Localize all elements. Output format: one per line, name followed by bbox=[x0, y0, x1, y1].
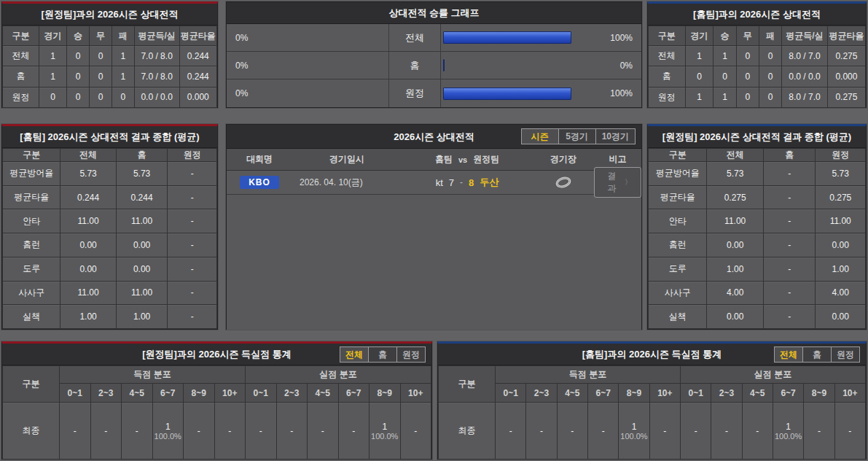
col-header-group: 구분 bbox=[439, 366, 496, 403]
away-team-name: 두산 bbox=[480, 176, 498, 189]
cell: 1 bbox=[39, 66, 66, 87]
score-dist-tabs: 전체 홈 원정 bbox=[340, 346, 426, 363]
table-row: 전체 1 1 0 0 8.0 / 7.0 0.275 bbox=[649, 46, 866, 66]
tab-all[interactable]: 전체 bbox=[340, 346, 369, 363]
col-header: 구분 bbox=[3, 26, 39, 46]
score-dist-table: 구분 득점 분포 실점 분포 0~1 2~3 4~5 6~7 8~9 10+ 0… bbox=[438, 365, 866, 460]
tab-away[interactable]: 원정 bbox=[831, 346, 860, 363]
cell: 1 bbox=[713, 46, 736, 66]
cell: - bbox=[168, 305, 217, 329]
cell: 5.73 bbox=[816, 162, 866, 186]
col-header: 홈 bbox=[763, 149, 816, 162]
col-header-datetime: 경기일시 bbox=[292, 149, 402, 170]
league-badge: KBO bbox=[240, 176, 279, 189]
row-label: 최종 bbox=[439, 403, 496, 460]
tab-all[interactable]: 전체 bbox=[774, 346, 803, 363]
row-label: 원정 bbox=[3, 87, 39, 107]
table-row: 홈런 0.00 0.00 - bbox=[3, 233, 217, 257]
cell: - bbox=[763, 233, 816, 257]
group-header-row: 구분 득점 분포 실점 분포 bbox=[3, 366, 431, 384]
cell: - bbox=[680, 403, 711, 460]
cell: 5.73 bbox=[60, 162, 116, 186]
cell: - bbox=[168, 257, 217, 281]
bin-header: 10+ bbox=[400, 384, 431, 403]
panel-title: [원정팀]과의 2026시즌 득실점 통계 bbox=[142, 349, 291, 360]
bin-header: 4~5 bbox=[557, 384, 587, 403]
cell: - bbox=[763, 162, 816, 186]
tab-10games[interactable]: 10경기 bbox=[595, 128, 636, 144]
cell: 1 bbox=[112, 46, 134, 66]
cell: - bbox=[184, 403, 215, 460]
cell: 1 bbox=[685, 46, 713, 66]
away-score: 8 bbox=[469, 177, 474, 188]
score-dist-tabs: 전체 홈 원정 bbox=[775, 346, 860, 363]
cell: 0.000 bbox=[827, 66, 865, 87]
cell: - bbox=[246, 403, 277, 460]
table-row: 최종 - - - 1100.0% - - - - - - 1100.0% - bbox=[3, 403, 431, 460]
col-header: 무 bbox=[90, 26, 112, 46]
cell: - bbox=[168, 185, 217, 209]
row-label: 사사구 bbox=[3, 281, 60, 305]
tab-home[interactable]: 홈 bbox=[368, 346, 397, 363]
cell: 1100.0% bbox=[152, 403, 184, 460]
table-row: 홈 1 0 0 1 7.0 / 8.0 0.244 bbox=[3, 66, 217, 87]
col-header-away: 원정팀 bbox=[473, 153, 499, 166]
graph-row-label: 원정 bbox=[388, 80, 441, 107]
cell: 11.00 bbox=[60, 209, 116, 233]
cell: - bbox=[496, 403, 526, 460]
cell: 0.244 bbox=[179, 46, 217, 66]
bin-header: 0~1 bbox=[496, 384, 526, 403]
bin-header: 0~1 bbox=[246, 384, 277, 403]
tab-season[interactable]: 시즌 bbox=[521, 128, 559, 144]
col-header: 평균득/실 bbox=[134, 26, 179, 46]
stadium-icon[interactable] bbox=[555, 177, 571, 188]
table-row: 원정 0 0 0 0 0.0 / 0.0 0.000 bbox=[3, 87, 217, 107]
table-row: 최종 - - - - 1100.0% - - - - 1100.0% - - bbox=[439, 403, 866, 460]
col-header: 무 bbox=[736, 26, 759, 46]
table-row: 홈 0 0 0 0 0.0 / 0.0 0.000 bbox=[649, 66, 866, 87]
cell: 0.000 bbox=[179, 87, 217, 107]
panel-title: [홈팀]과의 2026시즌 득실점 통계 bbox=[582, 349, 722, 360]
col-header: 구분 bbox=[649, 149, 707, 162]
col-header: 원정 bbox=[168, 149, 217, 162]
bins-header-row: 0~1 2~3 4~5 6~7 8~9 10+ 0~1 2~3 4~5 6~7 … bbox=[3, 384, 431, 403]
cell: 1.00 bbox=[816, 257, 866, 281]
right-pct-label: 100% bbox=[571, 33, 641, 43]
cell: 0.00 bbox=[60, 257, 116, 281]
table-row: 전체 1 0 0 1 7.0 / 8.0 0.244 bbox=[3, 46, 217, 66]
home-score-dist-panel: [홈팀]과의 2026시즌 득실점 통계 전체 홈 원정 구분 득점 분포 실점… bbox=[437, 341, 867, 460]
winrate-graph: 0% 전체 100% 0% 홈 0% 0% 원정 100% bbox=[227, 24, 641, 107]
tab-5games[interactable]: 5경기 bbox=[558, 128, 596, 144]
row-label: 평균방어율 bbox=[3, 162, 60, 186]
row-label: 사사구 bbox=[649, 281, 707, 305]
cell: 0.00 bbox=[707, 305, 763, 329]
cell: 0 bbox=[759, 87, 781, 107]
tab-home[interactable]: 홈 bbox=[802, 346, 832, 363]
bin-header: 6~7 bbox=[587, 384, 618, 403]
cell: - bbox=[338, 403, 370, 460]
scored-group-header: 득점 분포 bbox=[60, 366, 246, 384]
table-row: 도루 1.00 - 1.00 bbox=[649, 257, 866, 281]
cell: 0 bbox=[112, 87, 134, 107]
cell: 0 bbox=[759, 46, 781, 66]
cell: - bbox=[90, 403, 122, 460]
cell: 1 bbox=[112, 66, 134, 87]
cell: 0.244 bbox=[179, 66, 217, 87]
cell: 4.00 bbox=[816, 281, 866, 305]
row-label: 홈런 bbox=[3, 233, 60, 257]
header-row: 구분 전체 홈 원정 bbox=[3, 149, 217, 162]
home-summary-panel: [홈팀] 2026시즌 상대전적 결과 종합 (평균) 구분 전체 홈 원정 평… bbox=[1, 124, 218, 330]
graph-row: 0% 전체 100% bbox=[227, 24, 641, 52]
cell: - bbox=[587, 403, 618, 460]
match-datetime: 2026. 04. 10(금) bbox=[292, 171, 402, 194]
bin-header: 8~9 bbox=[370, 384, 401, 403]
col-header: 승 bbox=[67, 26, 90, 46]
bin-header: 2~3 bbox=[711, 384, 742, 403]
tab-away[interactable]: 원정 bbox=[396, 346, 426, 363]
table-row: 도루 0.00 0.00 - bbox=[3, 257, 217, 281]
result-button[interactable]: 결과〉 bbox=[594, 167, 641, 198]
cell: - bbox=[763, 209, 816, 233]
cell: 0.0 / 0.0 bbox=[782, 66, 828, 87]
table-row: 평균방어율 5.73 - 5.73 bbox=[649, 162, 866, 186]
cell: 1100.0% bbox=[370, 403, 401, 460]
